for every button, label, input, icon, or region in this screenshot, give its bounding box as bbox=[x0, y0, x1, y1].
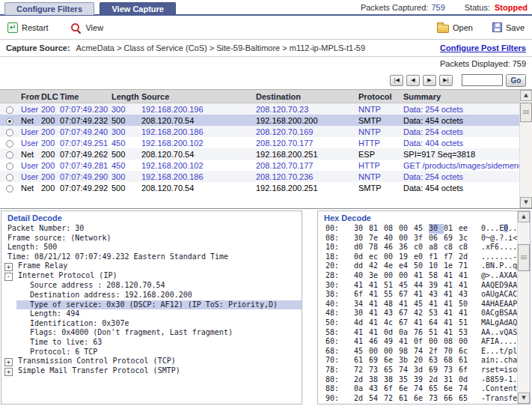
packets-captured-label: Packets Captured: bbox=[361, 3, 429, 12]
scroll-down-icon[interactable]: ▼ bbox=[520, 197, 532, 208]
scroll-down-icon[interactable]: ▼ bbox=[518, 393, 530, 404]
packet-cell-dlci: 200 bbox=[40, 116, 58, 125]
packets-displayed-label: Packets Displayed: bbox=[440, 59, 510, 68]
save-button[interactable]: Save bbox=[492, 22, 525, 32]
packet-select-radio[interactable] bbox=[0, 127, 19, 136]
packet-select-radio[interactable] bbox=[0, 138, 19, 147]
packet-row[interactable]: Net20007:07:49.262500208.120.70.54192.16… bbox=[0, 148, 519, 160]
detail-line-text: Simple Mail Transfer Protocol (SMTP) bbox=[18, 366, 180, 375]
hex-bytes: 403e000041584141 bbox=[354, 271, 474, 279]
packet-row[interactable]: User20007:07:49.290300192.168.200.186208… bbox=[0, 171, 519, 182]
hex-ascii: E...t/pl bbox=[481, 347, 517, 355]
first-page-button[interactable]: |◀ bbox=[390, 75, 403, 86]
expand-icon[interactable]: + bbox=[4, 358, 13, 366]
packet-cell-dlci: 200 bbox=[40, 139, 58, 148]
next-page-button[interactable]: ▶ bbox=[423, 75, 436, 86]
scroll-up-icon[interactable]: ▲ bbox=[518, 211, 530, 222]
packet-row[interactable]: User20007:07:49.251450192.168.200.102208… bbox=[0, 137, 519, 148]
packet-select-radio[interactable] bbox=[0, 160, 19, 169]
detail-line: Flags: 0x4000 (Don't fragment, Last frag… bbox=[1, 328, 302, 338]
packet-row[interactable]: Net20007:07:49.232500208.120.70.54192.16… bbox=[0, 115, 519, 126]
packet-select-radio[interactable] bbox=[0, 172, 19, 181]
view-button[interactable]: View bbox=[70, 22, 103, 33]
detail-line: Length: 494 bbox=[1, 309, 302, 319]
open-button[interactable]: Open bbox=[437, 22, 473, 33]
hex-bytes: 4d414c6741644151 bbox=[354, 318, 474, 327]
packet-row[interactable]: User20007:07:49.281450192.168.200.102208… bbox=[0, 160, 519, 171]
packet-cell-time: 07:07:49.240 bbox=[58, 127, 110, 136]
save-label: Save bbox=[506, 23, 525, 32]
packets-captured-value: 759 bbox=[431, 3, 444, 12]
table-scrollbar[interactable]: ▲ ▼ bbox=[519, 90, 532, 208]
expand-icon[interactable]: + bbox=[4, 368, 13, 376]
packet-cell-length: 500 bbox=[110, 116, 140, 125]
detail-line-text: Packet Number: 30 bbox=[7, 224, 84, 232]
hex-bytes: 0a436f6e74656e74 bbox=[354, 384, 474, 393]
hex-row: 70:61696e3b20636861ain;.cha bbox=[318, 356, 516, 366]
expand-icon[interactable]: + bbox=[4, 263, 13, 271]
hex-row: 28:403e000041584141@>..AXAA bbox=[318, 271, 516, 281]
last-page-button[interactable]: ▶| bbox=[439, 75, 453, 86]
packet-cell-source: 192.168.200.102 bbox=[140, 139, 254, 148]
packet-cell-dlci: 200 bbox=[40, 184, 58, 193]
detail-line: Length: 500 bbox=[1, 243, 302, 252]
packet-select-radio[interactable] bbox=[0, 115, 19, 124]
hex-row: 78:727365743d69736frset=iso bbox=[318, 366, 516, 375]
goto-packet-input[interactable] bbox=[462, 74, 503, 86]
packet-table: From DLCI Time Length Source Destination… bbox=[0, 89, 532, 209]
collapse-icon[interactable]: - bbox=[4, 273, 13, 281]
packet-row[interactable]: User20007:07:49.240300192.168.200.186208… bbox=[0, 126, 519, 137]
magnifier-icon bbox=[70, 22, 82, 33]
restart-label: Restart bbox=[22, 23, 48, 32]
hex-bytes: 0dec0019e0f1f72d bbox=[354, 252, 474, 261]
packets-displayed-row: Packets Displayed: 759 bbox=[0, 57, 532, 71]
hex-offset: 58: bbox=[325, 328, 345, 338]
pager-row: |◀ ◀ ▶ ▶| Go bbox=[0, 71, 532, 89]
detail-decode-title: Detail Decode bbox=[1, 211, 302, 224]
packet-row[interactable]: Net20007:07:49.292500208.120.70.54192.16… bbox=[0, 182, 519, 193]
detail-line: Time to live: 63 bbox=[1, 338, 302, 348]
hex-offset: 50: bbox=[325, 318, 345, 328]
hex-bytes: 45000098742f706c bbox=[354, 347, 474, 355]
configure-post-filters-link[interactable]: Configure Post Filters bbox=[440, 43, 526, 52]
packet-row[interactable]: User20007:07:49.230300192.168.200.196208… bbox=[0, 103, 519, 115]
capture-source-label: Capture Source: bbox=[6, 43, 70, 52]
packet-cell-source: 192.168.200.186 bbox=[140, 127, 254, 136]
packet-cell-from: User bbox=[19, 172, 40, 181]
tab-view-capture[interactable]: View Capture bbox=[100, 2, 176, 15]
hex-scrollbar[interactable]: ▲ ▼ bbox=[517, 211, 530, 404]
radio-icon bbox=[6, 118, 13, 125]
table-scrollbar-thumb[interactable] bbox=[520, 103, 532, 122]
hex-bytes: 307e40003f06693c bbox=[354, 234, 474, 242]
tab-configure-filters[interactable]: Configure Filters bbox=[4, 2, 94, 15]
detail-line-text: Type of service: 0x30 (DSCP: AF12) (IP T… bbox=[30, 300, 278, 309]
header-destination: Destination bbox=[254, 92, 357, 101]
go-button[interactable]: Go bbox=[506, 74, 526, 87]
tab-view-capture-label: View Capture bbox=[111, 4, 164, 13]
packet-cell-from: User bbox=[19, 105, 40, 114]
prev-page-button[interactable]: ◀ bbox=[406, 75, 420, 86]
header-dlci: DLCI bbox=[40, 92, 58, 101]
restart-button[interactable]: ↵ Restart bbox=[7, 22, 48, 33]
hex-offset: 20: bbox=[325, 261, 345, 271]
packet-cell-destination: 208.120.70.177 bbox=[254, 139, 357, 148]
scroll-up-icon[interactable]: ▲ bbox=[520, 90, 532, 101]
hex-ascii: MALgAdAQ bbox=[481, 318, 517, 327]
hex-ascii: ain;.cha bbox=[481, 356, 517, 364]
header-source: Source bbox=[140, 92, 254, 101]
packet-select-radio[interactable] bbox=[0, 104, 19, 113]
hex-row: 40:34414841454141504AHAEAAP bbox=[318, 300, 516, 309]
packet-select-radio[interactable] bbox=[0, 183, 19, 192]
hex-scrollbar-thumb[interactable] bbox=[518, 244, 530, 271]
hex-bytes: 41410d0a76514153 bbox=[354, 328, 474, 336]
hex-offset: 28: bbox=[325, 271, 345, 281]
detail-line: Type of service: 0x30 (DSCP: AF12) (IP T… bbox=[1, 300, 302, 310]
capture-source-path: AcmeData > Class of Service (CoS) > Site… bbox=[76, 43, 365, 52]
hex-row: 90:2d5472616e736665-Transfe bbox=[318, 394, 516, 404]
detail-line-text: Frame source: (Network) bbox=[7, 234, 111, 242]
radio-icon bbox=[6, 129, 13, 136]
hex-ascii: AFIA.... bbox=[481, 337, 517, 345]
hex-offset: 68: bbox=[325, 347, 345, 357]
packet-select-radio[interactable] bbox=[0, 149, 19, 158]
detail-decode-body: Packet Number: 30Frame source: (Network)… bbox=[1, 224, 302, 376]
